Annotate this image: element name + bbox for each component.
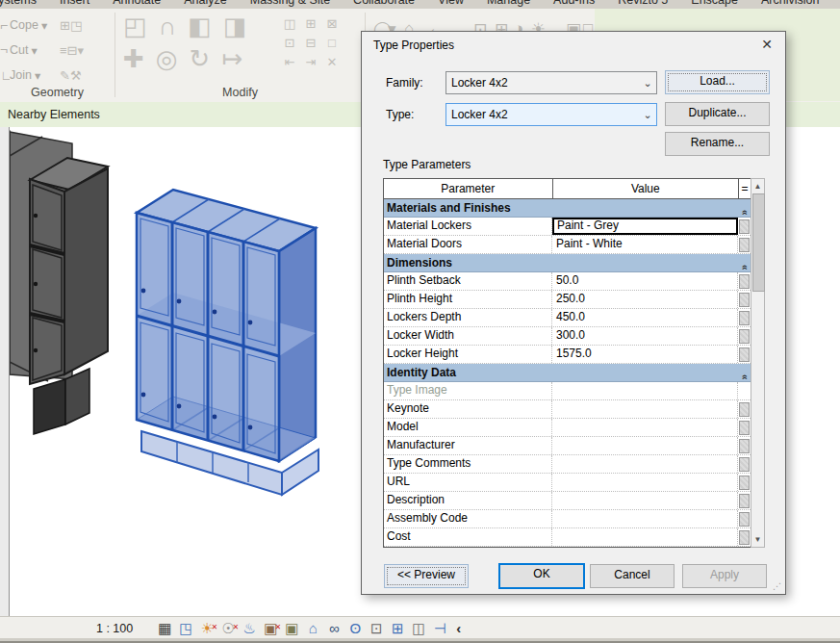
ribbon-tab-collaborate[interactable]: Collaborate bbox=[353, 0, 415, 7]
parameter-value[interactable]: Paint - Grey bbox=[552, 218, 738, 235]
rotate-icon[interactable]: ↻ bbox=[189, 45, 210, 72]
collapse-chevron-icon[interactable]: » bbox=[739, 366, 750, 379]
ribbon-tab-archivision[interactable]: Archivision bbox=[761, 0, 819, 7]
dropdown-arrow-icon[interactable]: ▾ bbox=[41, 18, 47, 33]
split-face-icon[interactable]: ✎ bbox=[60, 68, 70, 83]
analytical-model-icon[interactable]: ⊞ bbox=[387, 619, 408, 638]
parameter-value[interactable]: Paint - White bbox=[552, 236, 738, 253]
chevron-down-icon[interactable]: ⌄ bbox=[639, 77, 656, 90]
locker-3d-selected[interactable] bbox=[137, 190, 318, 495]
crop-view-icon[interactable]: ▣✕ bbox=[260, 619, 281, 638]
duplicate-button[interactable]: Duplicate... bbox=[665, 102, 770, 126]
ribbon-tab-massing-site[interactable]: Massing & Site bbox=[250, 0, 330, 7]
associate-parameter-button[interactable] bbox=[739, 219, 750, 234]
parameter-value[interactable] bbox=[552, 419, 738, 436]
scroll-up-icon[interactable]: ▲ bbox=[751, 179, 764, 193]
table-scrollbar[interactable]: ▲ ▼ bbox=[751, 178, 765, 548]
type-combobox[interactable]: Locker 4x2 ⌄ bbox=[445, 103, 657, 126]
cope-button[interactable]: Cope▾ bbox=[10, 18, 60, 33]
mirror-pick-axis-icon[interactable]: ◧ bbox=[188, 13, 212, 39]
detail-level-icon[interactable]: ▦ bbox=[154, 619, 175, 638]
parameter-column-header[interactable]: Parameter bbox=[384, 179, 553, 198]
array-icon[interactable]: ⊡ bbox=[279, 34, 300, 53]
associate-parameter-button[interactable] bbox=[739, 439, 750, 453]
ribbon-tab-revizto-5[interactable]: Revizto 5 bbox=[618, 0, 668, 7]
lock-3d-view-icon[interactable]: ⌂ bbox=[302, 619, 323, 638]
rendering-dialog-icon[interactable]: ♨ bbox=[239, 619, 260, 638]
dropdown-icon[interactable]: ▾ bbox=[78, 43, 85, 58]
parameter-value[interactable] bbox=[552, 510, 738, 527]
scale-icon[interactable]: ⊟ bbox=[300, 34, 321, 53]
rename-button[interactable]: Rename... bbox=[665, 132, 770, 156]
associate-parameter-button[interactable] bbox=[739, 402, 750, 417]
chevron-down-icon[interactable]: ⌄ bbox=[639, 109, 656, 121]
reveal-hidden-elements-icon[interactable]: ∞ bbox=[323, 619, 344, 638]
offset-icon[interactable]: ∩ bbox=[159, 13, 177, 39]
parameter-value[interactable] bbox=[552, 492, 738, 509]
family-combobox[interactable]: Locker 4x2 ⌄ bbox=[445, 71, 657, 94]
load-button[interactable]: Load... bbox=[665, 70, 770, 94]
parameter-value[interactable] bbox=[552, 437, 738, 454]
move-icon[interactable]: ✚ bbox=[123, 45, 144, 72]
shadows-icon[interactable]: ☉✕ bbox=[217, 619, 239, 638]
reveal-constraints-icon[interactable]: ⊣ bbox=[429, 619, 450, 638]
associate-parameter-button[interactable] bbox=[739, 457, 750, 472]
close-icon[interactable]: ✕ bbox=[754, 35, 779, 54]
associate-parameter-button[interactable] bbox=[739, 293, 750, 307]
value-column-header[interactable]: Value bbox=[553, 179, 739, 198]
cancel-button[interactable]: Cancel bbox=[590, 564, 675, 588]
collapse-chevron-icon[interactable]: » bbox=[739, 256, 750, 270]
ribbon-tab-manage[interactable]: Manage bbox=[487, 0, 530, 7]
sun-path-icon[interactable]: ☀✕ bbox=[196, 619, 217, 638]
parameter-value[interactable]: 50.0 bbox=[552, 272, 738, 290]
visual-style-icon[interactable]: ◳ bbox=[175, 619, 196, 638]
ok-button[interactable]: OK bbox=[498, 563, 585, 589]
cut-geometry-icon[interactable]: ◳ bbox=[70, 18, 82, 33]
copy-icon[interactable]: ◎ bbox=[156, 45, 178, 72]
panel-splitter[interactable] bbox=[0, 127, 10, 638]
join-unjoin-icon[interactable]: ⊟ bbox=[67, 43, 78, 58]
split-element-icon[interactable]: ◫ bbox=[279, 14, 300, 34]
ribbon-tab-add-ins[interactable]: Add-Ins bbox=[553, 0, 595, 7]
dropdown-arrow-icon[interactable]: ▾ bbox=[35, 68, 40, 83]
ribbon-tab-systems[interactable]: Systems bbox=[0, 0, 37, 7]
ribbon-tab-annotate[interactable]: Annotate bbox=[113, 0, 161, 7]
join-button[interactable]: Join▾ bbox=[10, 68, 60, 83]
parameter-group-header[interactable]: Identity Data» bbox=[384, 364, 751, 382]
resize-grip[interactable]: ⋰ bbox=[773, 581, 782, 591]
ribbon-tab-view[interactable]: View bbox=[438, 0, 464, 7]
parameter-value[interactable]: 250.0 bbox=[552, 291, 738, 308]
trim-extend-icon[interactable]: ↦ bbox=[221, 45, 242, 72]
ribbon-tab-insert[interactable]: Insert bbox=[60, 0, 89, 7]
parameter-value[interactable]: 300.0 bbox=[552, 327, 738, 345]
associate-parameter-button[interactable] bbox=[739, 421, 750, 435]
view-scale-button[interactable]: 1 : 100 bbox=[96, 622, 133, 635]
parameter-value[interactable]: 1575.0 bbox=[552, 346, 738, 363]
temporary-hide-isolate-icon[interactable]: ʘ bbox=[344, 619, 366, 638]
parameter-value[interactable] bbox=[552, 382, 738, 399]
trim-single-icon[interactable]: ⇤ bbox=[279, 53, 300, 72]
align-icon[interactable]: ◰ bbox=[123, 13, 147, 39]
unpin-icon[interactable]: ⊠ bbox=[321, 14, 343, 34]
parameter-group-header[interactable]: Dimensions» bbox=[384, 254, 751, 272]
dialog-titlebar[interactable]: Type Properties ✕ bbox=[362, 32, 785, 58]
wall-joins-icon[interactable]: ≡ bbox=[60, 43, 67, 58]
crop-region-icon[interactable]: ▣ bbox=[281, 619, 302, 638]
parameter-value[interactable] bbox=[552, 474, 738, 491]
associate-parameter-button[interactable] bbox=[739, 238, 750, 252]
scroll-down-icon[interactable]: ▼ bbox=[751, 532, 764, 547]
associate-parameter-button[interactable] bbox=[739, 329, 750, 344]
split-with-gap-icon[interactable]: ⊞ bbox=[300, 14, 321, 34]
temporary-view-properties-icon[interactable]: ⊡ bbox=[366, 619, 387, 638]
parameter-value[interactable]: 450.0 bbox=[552, 309, 738, 326]
pin-icon[interactable]: □ bbox=[321, 34, 343, 53]
attach-geometry-icon[interactable]: ⊞ bbox=[60, 18, 70, 33]
mirror-draw-axis-icon[interactable]: ◨ bbox=[223, 13, 247, 39]
associate-parameter-button[interactable] bbox=[739, 494, 750, 508]
locker-3d-grey[interactable] bbox=[30, 158, 108, 434]
demolish-hammer-icon[interactable]: ⚒ bbox=[70, 68, 82, 83]
cut-button[interactable]: Cut▾ bbox=[10, 43, 60, 58]
preview-button[interactable]: << Preview bbox=[384, 564, 469, 588]
associate-parameter-button[interactable] bbox=[739, 530, 750, 545]
parameter-value[interactable] bbox=[552, 455, 738, 473]
